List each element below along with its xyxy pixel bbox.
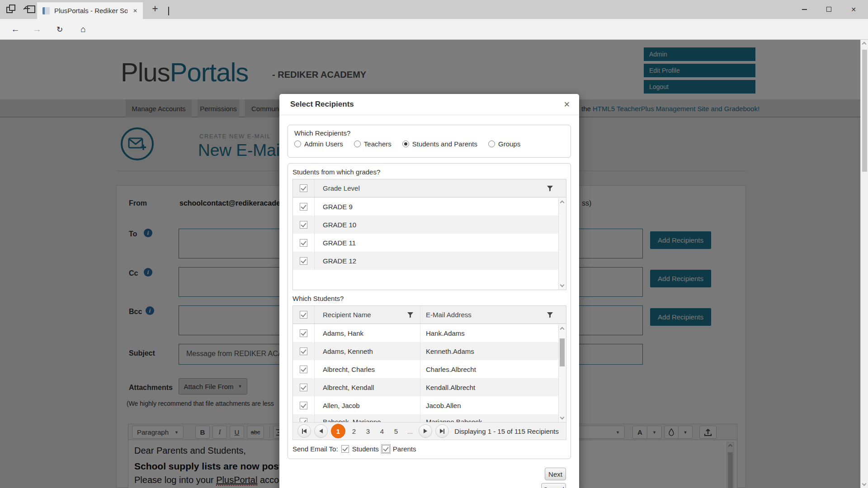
send-to-students-label: Students xyxy=(352,445,379,453)
forward-button[interactable]: → xyxy=(28,19,46,40)
student-row[interactable]: Albrecht, KendallKendall.Albrecht xyxy=(293,378,566,396)
back-button[interactable]: ← xyxy=(6,19,24,40)
grades-label: Students from which grades? xyxy=(292,168,380,176)
student-row[interactable]: Babcock, MarianneMarianne.Babcock xyxy=(293,414,566,422)
page-viewport: PlusPortals - REDIKER ACADEMY Admin Edit… xyxy=(0,40,868,488)
first-page-button[interactable] xyxy=(297,424,311,438)
student-row[interactable]: Adams, HankHank.Adams xyxy=(293,324,566,342)
page-ellipsis: ... xyxy=(405,427,415,435)
radio-teachers[interactable]: Teachers xyxy=(354,140,392,148)
browser-tab[interactable]: PlusPortals - Rediker So ✕ xyxy=(37,2,143,19)
address-bar: ← → ↻ ⌂ https://www.plusportals.com ☆ ✎ xyxy=(0,19,868,40)
grade-checkbox[interactable] xyxy=(300,239,307,247)
recipient-name-column-header[interactable]: Recipient Name xyxy=(315,306,420,324)
page-scrollbar-thumb[interactable] xyxy=(862,50,867,172)
tab-preview-icon[interactable] xyxy=(6,5,17,14)
next-page-button[interactable] xyxy=(419,424,432,438)
which-recipients-section: Which Recipients? Admin Users Teachers S… xyxy=(288,125,571,158)
send-to-students-checkbox[interactable] xyxy=(341,445,349,453)
prev-page-button[interactable] xyxy=(314,424,328,438)
student-checkbox[interactable] xyxy=(300,347,307,355)
grade-checkbox[interactable] xyxy=(300,257,307,265)
send-email-to-label: Send Email To: xyxy=(292,445,338,453)
which-students-label: Which Students? xyxy=(292,295,344,302)
cancel-button[interactable]: Cancel xyxy=(541,483,566,488)
home-button[interactable]: ⌂ xyxy=(74,19,92,40)
email-column-header[interactable]: E-Mail Address xyxy=(420,306,566,324)
grade-table: Grade Level GRADE 9 GRADE 10 GRADE 11 GR… xyxy=(292,179,566,290)
email-filter-icon[interactable] xyxy=(547,312,553,318)
tab-close-icon[interactable]: ✕ xyxy=(127,8,143,14)
pagination-bar: 1 2 3 4 5 ... Displaying 1 - 15 of 115 R… xyxy=(292,422,566,440)
select-all-students-cell[interactable] xyxy=(293,306,315,324)
site-favicon-icon xyxy=(42,7,50,14)
student-row[interactable]: Adams, KennethKenneth.Adams xyxy=(293,342,566,360)
page-4-button[interactable]: 4 xyxy=(377,427,387,435)
window-maximize-button[interactable] xyxy=(818,0,839,19)
grade-filter-icon[interactable] xyxy=(547,185,553,192)
tab-list-chevron-icon[interactable] xyxy=(168,7,169,15)
recipient-type-radios: Admin Users Teachers Students and Parent… xyxy=(294,140,520,148)
refresh-button[interactable]: ↻ xyxy=(51,19,69,40)
page-3-button[interactable]: 3 xyxy=(363,427,373,435)
window-minimize-button[interactable] xyxy=(794,0,815,19)
tab-title: PlusPortals - Rediker So xyxy=(54,7,127,14)
set-tabs-aside-icon[interactable] xyxy=(24,5,36,14)
radio-admin-users[interactable]: Admin Users xyxy=(294,140,343,148)
student-row[interactable]: Allen, JacobJacob.Allen xyxy=(293,396,566,414)
radio-groups[interactable]: Groups xyxy=(488,140,520,148)
grade-row[interactable]: GRADE 12 xyxy=(293,252,566,270)
select-all-students-checkbox[interactable] xyxy=(300,311,307,319)
grade-table-scrollbar[interactable] xyxy=(558,198,566,290)
radio-selected-icon xyxy=(402,141,409,147)
window-close-button[interactable]: ✕ xyxy=(843,0,864,19)
student-checkbox[interactable] xyxy=(300,384,307,391)
send-email-to-row: Send Email To: Students Parents xyxy=(292,445,416,453)
students-table-header: Recipient Name E-Mail Address xyxy=(293,306,566,324)
which-recipients-label: Which Recipients? xyxy=(294,129,350,137)
next-button[interactable]: Next xyxy=(545,468,566,480)
new-tab-button[interactable]: + xyxy=(149,3,161,15)
page-1-button[interactable]: 1 xyxy=(331,424,345,438)
students-scrollbar-thumb[interactable] xyxy=(560,338,565,366)
grade-row[interactable]: GRADE 10 xyxy=(293,216,566,234)
grade-checkbox[interactable] xyxy=(300,203,307,211)
students-table-scrollbar[interactable] xyxy=(558,324,566,422)
page-scrollbar[interactable] xyxy=(860,40,868,488)
tab-bar: PlusPortals - Rediker So ✕ + ✕ xyxy=(0,0,868,19)
student-checkbox[interactable] xyxy=(300,366,307,373)
last-page-button[interactable] xyxy=(435,424,449,438)
page-2-button[interactable]: 2 xyxy=(349,427,359,435)
page-5-button[interactable]: 5 xyxy=(391,427,401,435)
pagination-status: Displaying 1 - 15 of 115 Recipients xyxy=(454,427,561,435)
students-section: Students from which grades? Grade Level … xyxy=(288,163,571,459)
dialog-title: Select Recipients xyxy=(290,100,354,109)
select-all-grades-checkbox[interactable] xyxy=(300,184,307,192)
student-row[interactable]: Albrecht, CharlesCharles.Albrecht xyxy=(293,360,566,378)
dialog-close-icon[interactable]: ✕ xyxy=(564,100,570,109)
radio-icon xyxy=(488,141,495,147)
dialog-header: Select Recipients ✕ xyxy=(279,94,579,115)
grade-table-header: Grade Level xyxy=(293,179,566,197)
grade-row[interactable]: GRADE 11 xyxy=(293,234,566,252)
grade-level-column-header[interactable]: Grade Level xyxy=(315,179,566,197)
radio-icon xyxy=(294,141,301,147)
send-to-parents-checkbox[interactable] xyxy=(382,445,390,453)
send-to-parents-label: Parents xyxy=(393,445,416,453)
select-all-grades-cell[interactable] xyxy=(293,179,315,197)
radio-students-and-parents[interactable]: Students and Parents xyxy=(402,140,477,148)
select-recipients-dialog: Select Recipients ✕ Which Recipients? Ad… xyxy=(279,94,579,488)
browser-window: PlusPortals - Rediker So ✕ + ✕ ← → ↻ ⌂ h… xyxy=(0,0,868,488)
radio-icon xyxy=(354,141,361,147)
grade-checkbox[interactable] xyxy=(300,221,307,229)
name-filter-icon[interactable] xyxy=(407,312,414,318)
student-checkbox[interactable] xyxy=(300,329,307,337)
grade-row[interactable]: GRADE 9 xyxy=(293,197,566,216)
students-table: Recipient Name E-Mail Address Adams, Han… xyxy=(292,305,566,422)
student-checkbox[interactable] xyxy=(300,402,307,409)
